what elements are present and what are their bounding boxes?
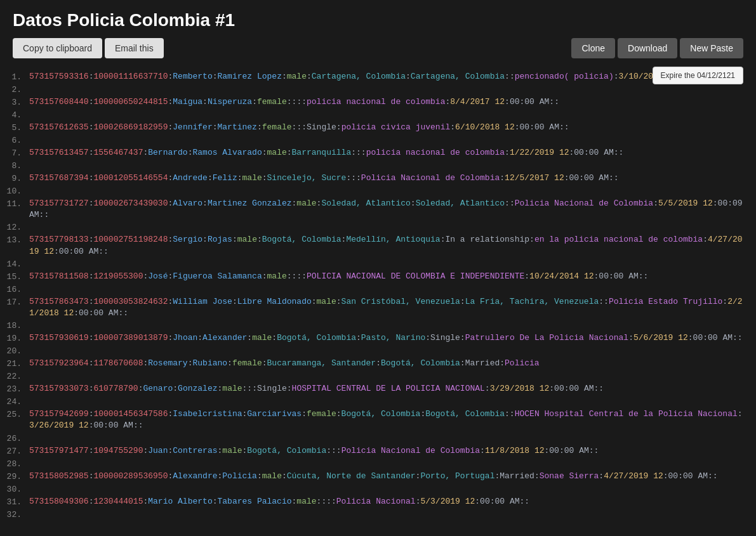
line-number: 20. xyxy=(6,345,29,358)
line-number: 1. xyxy=(6,71,29,84)
line-item: 27.573157971477:1094755290:Juan:Contrera… xyxy=(6,445,743,458)
line-content: 573157942699:100001456347586:Isabelcrist… xyxy=(29,409,743,432)
line-number: 2. xyxy=(6,84,29,96)
line-number: 31. xyxy=(6,496,29,509)
line-content xyxy=(29,258,743,271)
line-item: 31.573158049306:1230444015:Mario Alberto… xyxy=(6,496,743,509)
paste-content: 1.573157593316:100001116637710:Remberto:… xyxy=(0,69,756,534)
line-item: 18. xyxy=(6,320,743,332)
line-number: 10. xyxy=(6,185,29,198)
toolbar-left: Copy to clipboard Email this xyxy=(13,38,164,58)
line-number: 3. xyxy=(6,96,29,109)
email-this-button[interactable]: Email this xyxy=(105,38,164,58)
line-number: 11. xyxy=(6,198,29,221)
new-paste-button[interactable]: New Paste xyxy=(680,38,743,58)
line-item: 28. xyxy=(6,458,743,471)
line-content: 573158049306:1230444015:Mario Alberto:Ta… xyxy=(29,496,743,509)
line-number: 8. xyxy=(6,160,29,173)
line-item: 30. xyxy=(6,483,743,496)
line-number: 32. xyxy=(6,509,29,521)
line-item: 16. xyxy=(6,284,743,296)
line-item: 7.573157613457:1556467437:Bernardo:Ramos… xyxy=(6,147,743,160)
line-item: 17.573157863473:100003053824632:William … xyxy=(6,296,743,320)
line-content xyxy=(29,345,743,358)
line-number: 7. xyxy=(6,147,29,160)
line-number: 29. xyxy=(6,471,29,483)
line-number: 24. xyxy=(6,396,29,409)
toolbar: Copy to clipboard Email this Clone Downl… xyxy=(13,38,743,58)
line-content xyxy=(29,483,743,496)
line-item: 6. xyxy=(6,134,743,147)
line-content: 573157593316:100001116637710:Remberto:Ra… xyxy=(29,71,743,84)
line-number: 6. xyxy=(6,134,29,147)
line-content xyxy=(29,221,743,234)
line-content xyxy=(29,84,743,96)
line-content xyxy=(29,396,743,409)
line-number: 25. xyxy=(6,409,29,432)
line-item: 11.573157731727:100002673439030:Alvaro:M… xyxy=(6,198,743,221)
line-number: 18. xyxy=(6,320,29,332)
copy-to-clipboard-button[interactable]: Copy to clipboard xyxy=(13,38,102,58)
line-item: 3.573157608440:100000650244815:Maigua:Ni… xyxy=(6,96,743,109)
line-content xyxy=(29,370,743,383)
line-item: 22. xyxy=(6,370,743,383)
line-content: 573157863473:100003053824632:William Jos… xyxy=(29,296,743,320)
line-content: 573157608440:100000650244815:Maigua:Nisp… xyxy=(29,96,743,109)
line-content xyxy=(29,458,743,471)
line-content xyxy=(29,509,743,521)
download-button[interactable]: Download xyxy=(618,38,677,58)
line-item: 15.573157811508:1219055300:José:Figueroa… xyxy=(6,271,743,284)
line-number: 22. xyxy=(6,370,29,383)
line-content: 573157811508:1219055300:José:Figueroa Sa… xyxy=(29,271,743,284)
toolbar-right: Clone Download New Paste Expire the 04/1… xyxy=(571,38,743,58)
line-item: 25.573157942699:100001456347586:Isabelcr… xyxy=(6,409,743,432)
line-number: 5. xyxy=(6,122,29,134)
line-item: 23.573157933073:610778790:Genaro:Gonzale… xyxy=(6,383,743,396)
line-item: 14. xyxy=(6,258,743,271)
line-content: 573157933073:610778790:Genaro:Gonzalez:m… xyxy=(29,383,743,396)
line-number: 27. xyxy=(6,445,29,458)
line-item: 4. xyxy=(6,109,743,122)
line-item: 20. xyxy=(6,345,743,358)
line-item: 26. xyxy=(6,433,743,445)
line-content xyxy=(29,160,743,173)
line-number: 12. xyxy=(6,221,29,234)
line-content: 573158052985:100000289536950:Alexandre:P… xyxy=(29,471,743,483)
line-number: 19. xyxy=(6,332,29,345)
line-number: 28. xyxy=(6,458,29,471)
line-item: 9.573157687394:100012055146554:Andrede:F… xyxy=(6,173,743,185)
line-content: 573157971477:1094755290:Juan:Contreras:m… xyxy=(29,445,743,458)
line-item: 10. xyxy=(6,185,743,198)
line-content: 573157923964:1178670608:Rosemary:Rubiano… xyxy=(29,358,743,370)
line-number: 16. xyxy=(6,284,29,296)
line-number: 14. xyxy=(6,258,29,271)
page-title: Datos Policia Colombia #1 xyxy=(13,10,743,30)
line-content xyxy=(29,320,743,332)
line-content xyxy=(29,284,743,296)
line-content xyxy=(29,185,743,198)
line-number: 4. xyxy=(6,109,29,122)
line-item: 1.573157593316:100001116637710:Remberto:… xyxy=(6,71,743,84)
line-content xyxy=(29,109,743,122)
line-number: 15. xyxy=(6,271,29,284)
line-item: 21.573157923964:1178670608:Rosemary:Rubi… xyxy=(6,358,743,370)
clone-button[interactable]: Clone xyxy=(571,38,615,58)
line-number: 17. xyxy=(6,296,29,320)
expire-tooltip: Expire the 04/12/2121 xyxy=(653,67,743,84)
line-number: 26. xyxy=(6,433,29,445)
line-content: 573157613457:1556467437:Bernardo:Ramos A… xyxy=(29,147,743,160)
line-number: 21. xyxy=(6,358,29,370)
line-item: 32. xyxy=(6,509,743,521)
line-item: 29.573158052985:100000289536950:Alexandr… xyxy=(6,471,743,483)
line-item: 8. xyxy=(6,160,743,173)
line-content: 573157798133:100002751198248:Sergio:Roja… xyxy=(29,234,743,258)
line-item: 5.573157612635:100026869182959:Jennifer:… xyxy=(6,122,743,134)
line-item: 19.573157930619:100007389013879:Jhoan:Al… xyxy=(6,332,743,345)
line-content: 573157731727:100002673439030:Alvaro:Mart… xyxy=(29,198,743,221)
line-number: 13. xyxy=(6,234,29,258)
line-number: 23. xyxy=(6,383,29,396)
line-item: 12. xyxy=(6,221,743,234)
line-item: 2. xyxy=(6,84,743,96)
line-list: 1.573157593316:100001116637710:Remberto:… xyxy=(6,71,743,521)
line-number: 30. xyxy=(6,483,29,496)
